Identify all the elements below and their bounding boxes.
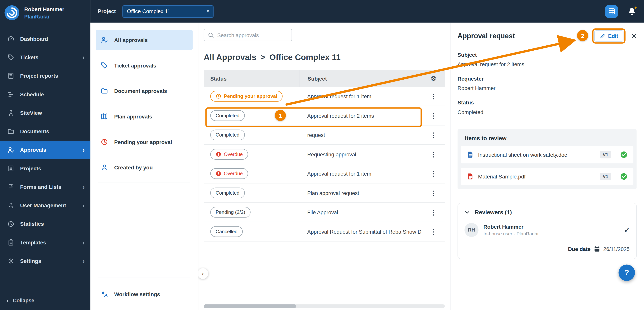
person-check-icon [100, 36, 108, 44]
pencil-icon [600, 33, 605, 39]
field-status: Status Completed [458, 100, 637, 115]
chevron-right-icon: › [82, 202, 84, 209]
divider [98, 278, 190, 278]
due-date-row: Due date 26/11/2025 [464, 246, 630, 252]
status-cell: Overdue [204, 168, 299, 179]
kebab-menu-icon[interactable]: ⋮ [427, 149, 440, 159]
avatar: RH [464, 223, 478, 237]
subject-cell: request [299, 132, 422, 138]
filter-ticket-approvals[interactable]: Ticket approvals [96, 55, 192, 76]
kebab-menu-icon[interactable]: ⋮ [427, 110, 440, 121]
sidebar-item-user-management[interactable]: User Management › [0, 196, 90, 215]
user-block[interactable]: Robert Hammer PlanRadar [0, 0, 90, 28]
review-item-row[interactable]: Material Sample.pdf V1 [461, 168, 633, 185]
close-icon[interactable]: × [631, 32, 637, 41]
statistics-icon [8, 221, 14, 228]
approval-detail-panel: Approval request Edit × Subject Approval… [450, 23, 644, 310]
kebab-menu-icon[interactable]: ⋮ [427, 130, 440, 140]
sidebar-item-label: Forms and Lists [20, 184, 62, 190]
sidebar-item-tickets[interactable]: Tickets › [0, 48, 90, 67]
apps-grid-button[interactable] [606, 5, 618, 18]
word-file-icon [466, 151, 474, 159]
table-row[interactable]: Overdue Approval request for 1 item ⋮ [204, 164, 445, 184]
status-cell: Pending your approval [204, 91, 299, 102]
folder-icon [8, 128, 14, 135]
brand-link[interactable]: PlanRadar [24, 14, 64, 20]
sidebar-item-label: Approvals [20, 147, 46, 153]
status-badge: Overdue [210, 168, 248, 179]
help-button[interactable]: ? [618, 264, 635, 281]
kebab-menu-icon[interactable]: ⋮ [427, 207, 440, 217]
filter-plan-approvals[interactable]: Plan approvals [96, 106, 192, 127]
kebab-menu-icon[interactable]: ⋮ [427, 91, 440, 101]
approvals-icon [8, 146, 14, 153]
chevron-right-icon: › [82, 258, 84, 264]
topbar-actions [606, 5, 637, 18]
collapse-list-panel-button[interactable]: ‹ [198, 268, 208, 279]
filter-label: Created by you [114, 165, 153, 171]
search-input[interactable] [217, 32, 288, 38]
table-row[interactable]: Completed request ⋮ [204, 125, 445, 145]
table-header: Status Subject ⚙ [204, 70, 445, 87]
sidebar-item-project-reports[interactable]: Project reports [0, 67, 90, 85]
sidebar-item-schedule[interactable]: Schedule [0, 85, 90, 104]
table-row-selected[interactable]: Completed Approval request for 2 items ⋮ [204, 106, 445, 125]
topbar: Project Office Complex 11 ▾ [90, 0, 644, 23]
sidebar-item-forms-and-lists[interactable]: Forms and Lists › [0, 178, 90, 196]
workflow-settings-label: Workflow settings [114, 291, 160, 297]
reviewer-row: RH Robert Hammer In-house user - PlanRad… [464, 223, 630, 237]
filter-all-approvals[interactable]: All approvals [96, 30, 192, 50]
status-text: Completed [216, 113, 240, 118]
status-badge: Completed [210, 188, 245, 198]
project-selected-value: Office Complex 11 [127, 8, 170, 15]
status-cell: Overdue [204, 149, 299, 160]
status-badge: Completed [210, 110, 245, 121]
schedule-icon [8, 91, 14, 98]
review-item-row[interactable]: Instructional sheet on work safety.doc V… [461, 146, 633, 163]
filter-label: Plan approvals [114, 113, 152, 119]
table-row[interactable]: Pending (2/2) File Approval ⋮ [204, 203, 445, 222]
sidebar-item-label: Project reports [20, 73, 58, 79]
table-row[interactable]: Completed Plan approval request ⋮ [204, 184, 445, 203]
approved-check-icon [620, 151, 628, 159]
status-cell: Completed [204, 130, 299, 140]
horizontal-scrollbar-track[interactable] [204, 304, 445, 308]
sidebar-item-templates[interactable]: Templates › [0, 233, 90, 252]
sidebar-item-settings[interactable]: Settings › [0, 252, 90, 270]
field-value: Completed [458, 109, 637, 115]
kebab-menu-icon[interactable]: ⋮ [427, 169, 440, 179]
table-row[interactable]: Pending your approval Approval request f… [204, 87, 445, 106]
sidebar-item-siteview[interactable]: SiteView [0, 104, 90, 122]
field-label: Requester [458, 76, 637, 82]
kebab-menu-icon[interactable]: ⋮ [427, 227, 440, 237]
field-subject: Subject Approval request for 2 items [458, 52, 637, 68]
search-icon [208, 32, 214, 38]
sidebar-item-dashboard[interactable]: Dashboard [0, 30, 90, 48]
clock-icon [216, 93, 222, 99]
sidebar-item-documents[interactable]: Documents [0, 122, 90, 140]
horizontal-scrollbar-thumb[interactable] [204, 304, 296, 308]
sidebar-collapse-button[interactable]: ‹ Collapse [0, 291, 90, 310]
filter-pending-your-approval[interactable]: Pending your approval [96, 131, 192, 152]
workflow-settings-button[interactable]: Workflow settings [96, 284, 192, 304]
table-row[interactable]: Cancelled Approval Request for Submittal… [204, 222, 445, 242]
breadcrumb-root[interactable]: All Approvals [204, 53, 256, 62]
notifications-button[interactable] [628, 7, 636, 16]
section-title: Items to review [461, 135, 633, 141]
table-row[interactable]: Overdue Requesting approval ⋮ [204, 145, 445, 164]
sidebar-item-projects[interactable]: Projects [0, 159, 90, 178]
project-label: Project [98, 8, 116, 15]
reviewers-toggle[interactable]: Reviewers (1) [464, 209, 630, 216]
filter-document-approvals[interactable]: Document approvals [96, 81, 192, 101]
sidebar-item-approvals[interactable]: Approvals › [0, 141, 90, 159]
project-selector[interactable]: Office Complex 11 ▾ [122, 5, 214, 18]
clock-icon [100, 138, 108, 146]
kebab-menu-icon[interactable]: ⋮ [427, 188, 440, 198]
templates-icon [8, 239, 14, 246]
edit-button[interactable]: Edit [594, 30, 624, 42]
status-badge: Pending (2/2) [210, 207, 250, 218]
sidebar-item-statistics[interactable]: Statistics [0, 215, 90, 233]
table-settings-gear-icon[interactable]: ⚙ [431, 75, 436, 82]
filter-created-by-you[interactable]: Created by you [96, 157, 192, 178]
sidebar-nav: Dashboard Tickets › Project reports Sche… [0, 28, 90, 291]
